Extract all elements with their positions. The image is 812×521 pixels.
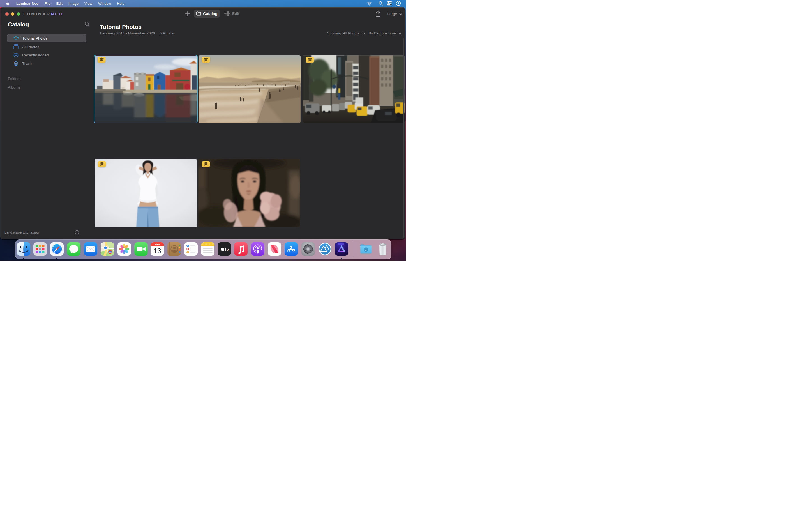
svg-text:13: 13 [154, 247, 161, 255]
svg-text:tv: tv [225, 247, 229, 252]
svg-text:280: 280 [109, 251, 112, 253]
svg-text:SEP: SEP [155, 243, 160, 246]
